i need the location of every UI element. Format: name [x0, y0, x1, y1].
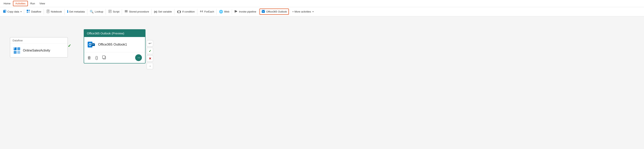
divider-11	[232, 9, 232, 14]
toolbar-set-variable[interactable]: (x) Set variable	[152, 9, 174, 14]
svg-rect-23	[17, 47, 20, 50]
invoke-pipeline-label: Invoke pipeline	[239, 10, 256, 13]
svg-rect-31	[102, 56, 105, 58]
office365-card-actions: 🗑 {} →	[84, 52, 145, 63]
next-button[interactable]: →	[147, 63, 153, 69]
toolbar-stored-procedure[interactable]: Stored procedure	[123, 9, 150, 14]
notebook-label: Notebook	[51, 10, 62, 13]
success-button[interactable]: ✓	[147, 48, 153, 54]
office365-card-header: Office365 Outlook (Preview)	[84, 30, 145, 37]
set-variable-label: Set variable	[158, 10, 172, 13]
undo-button[interactable]: ↩	[147, 40, 153, 47]
dataflow-card-check: ✓	[68, 43, 71, 48]
office365-card-name: Office365 Outlook1	[98, 43, 127, 47]
dataflow-card-body: OnlineSalesActivity	[10, 44, 68, 57]
svg-rect-4	[27, 11, 28, 13]
svg-rect-3	[28, 10, 30, 11]
copy-data-caret: ▾	[20, 10, 22, 13]
divider-13	[290, 9, 290, 14]
dataflow-label: Dataflow	[31, 10, 41, 13]
divider-6	[122, 9, 122, 14]
more-activities-label: + More activities	[292, 10, 311, 13]
toolbar-get-metadata[interactable]: ℹ Get metadata	[66, 9, 86, 14]
if-condition-icon: ❮❯	[177, 10, 181, 13]
more-activities-caret: ▾	[312, 10, 314, 13]
dataflow-card-name: OnlineSalesActivity	[23, 49, 50, 52]
toolbar-foreach[interactable]: ForEach	[198, 9, 216, 14]
dataflow-card-icon	[13, 47, 20, 54]
svg-point-28	[89, 44, 91, 46]
json-button[interactable]: {}	[95, 55, 98, 60]
svg-rect-6	[47, 10, 49, 13]
web-label: Web	[224, 10, 230, 13]
stored-procedure-icon	[124, 9, 128, 14]
get-metadata-icon: ℹ	[67, 10, 68, 13]
dataflow-icon	[26, 9, 30, 14]
copy-data-icon	[3, 9, 6, 14]
canvas: Dataflow OnlineSalesActivity ✓ Office365	[0, 16, 644, 149]
toolbar-dataflow[interactable]: Dataflow	[25, 9, 43, 14]
menu-home[interactable]: Home	[2, 1, 12, 6]
copy-button[interactable]	[102, 55, 106, 60]
divider-8	[174, 9, 174, 14]
outlook-card-icon	[87, 41, 95, 48]
office365-card[interactable]: Office365 Outlook (Preview) Office365 Ou…	[84, 29, 146, 63]
menu-view[interactable]: View	[38, 1, 47, 6]
toolbar-more-activities[interactable]: + More activities ▾	[290, 9, 315, 14]
toolbar: Copy data ▾ Dataflow Notebook	[0, 7, 644, 16]
dataflow-card[interactable]: Dataflow OnlineSalesActivity ✓	[10, 37, 68, 57]
foreach-label: ForEach	[204, 10, 214, 13]
invoke-pipeline-icon	[234, 9, 238, 14]
script-icon	[108, 9, 112, 14]
menu-bar: Home Activities Run View	[0, 0, 644, 7]
toolbar-notebook[interactable]: Notebook	[45, 9, 64, 14]
stored-procedure-label: Stored procedure	[129, 10, 149, 13]
toolbar-if-condition[interactable]: ❮❯ If condition	[175, 9, 196, 14]
office365-side-controls: ↩ ✓ ✕ →	[147, 40, 153, 69]
notebook-icon	[46, 9, 50, 14]
copy-data-label: Copy data	[7, 10, 19, 13]
svg-rect-5	[28, 11, 30, 13]
lookup-label: Lookup	[95, 10, 103, 13]
divider-10	[216, 9, 217, 14]
set-variable-icon: (x)	[154, 10, 157, 13]
divider-7	[152, 9, 152, 14]
toolbar-office365[interactable]: Office365 Outlook	[260, 8, 289, 15]
svg-rect-21	[262, 10, 265, 13]
foreach-icon	[200, 9, 203, 14]
svg-rect-24	[14, 51, 16, 54]
divider-4	[87, 9, 87, 14]
toolbar-lookup[interactable]: 🔍 Lookup	[88, 9, 105, 14]
toolbar-script[interactable]: Script	[107, 9, 121, 14]
script-label: Script	[113, 10, 120, 13]
web-icon: 🌐	[219, 10, 223, 13]
svg-rect-2	[27, 10, 28, 11]
dataflow-card-header: Dataflow	[10, 37, 68, 44]
divider-12	[258, 9, 259, 14]
svg-rect-25	[17, 51, 20, 54]
if-condition-label: If condition	[182, 10, 195, 13]
menu-run[interactable]: Run	[28, 1, 37, 6]
lookup-icon: 🔍	[90, 10, 94, 13]
office365-card-body: Office365 Outlook1	[84, 37, 145, 52]
toolbar-invoke-pipeline[interactable]: Invoke pipeline	[233, 9, 258, 14]
office365-toolbar-label: Office365 Outlook	[266, 10, 287, 13]
menu-activities[interactable]: Activities	[13, 1, 28, 6]
failure-button[interactable]: ✕	[147, 55, 153, 62]
svg-marker-19	[235, 10, 238, 12]
go-button[interactable]: →	[135, 54, 142, 61]
toolbar-copy-data[interactable]: Copy data ▾	[1, 9, 23, 14]
get-metadata-label: Get metadata	[69, 10, 85, 13]
delete-button[interactable]: 🗑	[87, 55, 91, 60]
toolbar-web[interactable]: 🌐 Web	[218, 9, 231, 14]
office365-toolbar-icon	[262, 10, 265, 13]
